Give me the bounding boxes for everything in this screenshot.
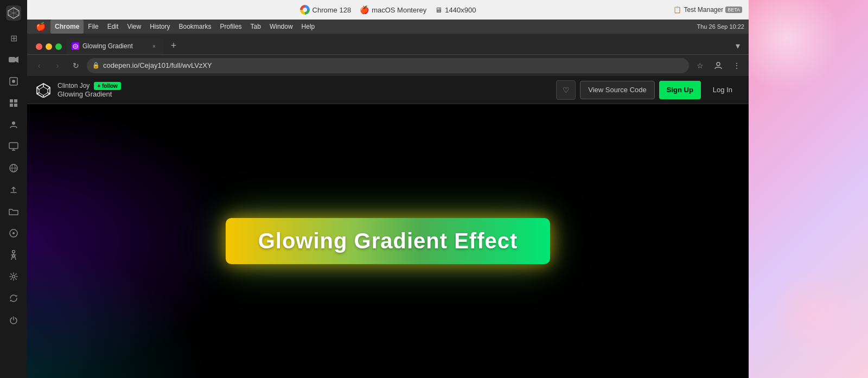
chrome-browser-info: Chrome 128 [300, 5, 352, 15]
os-topbar-right: 📋 Test Manager BETA [673, 6, 742, 14]
sidebar-item-grid[interactable] [4, 93, 23, 113]
view-source-button[interactable]: View Source Code [580, 81, 654, 99]
apple-icon: 🍎 [360, 5, 369, 14]
svg-point-15 [12, 232, 15, 234]
forward-button[interactable]: › [50, 58, 65, 73]
resolution-info: 🖥 1440x900 [435, 6, 476, 14]
browser-menu-button[interactable]: ⋮ [729, 58, 744, 73]
author-name: Clinton Joy [58, 82, 90, 89]
sidebar-item-user[interactable] [4, 115, 23, 134]
browser-window: 🍎 Chrome File Edit View History Bookmark… [27, 20, 749, 378]
address-url: codepen.io/Cejay101/full/wvLVzXY [103, 61, 684, 69]
svg-point-4 [12, 80, 15, 83]
browser-tab[interactable]: Glowing Gradient × [66, 38, 164, 54]
os-topbar-center: Chrome 128 🍎 macOS Monterey 🖥 1440x900 [300, 5, 476, 15]
sidebar-item-settings[interactable] [4, 267, 23, 286]
codepen-header-actions: ♡ View Source Code Sign Up Log In [556, 80, 740, 100]
test-manager-info: 📋 Test Manager BETA [673, 6, 742, 14]
main-area: Chrome 128 🍎 macOS Monterey 🖥 1440x900 📋… [27, 0, 749, 378]
address-bar: ‹ › ↻ 🔒 codepen.io/Cejay101/full/wvLVzXY… [27, 54, 749, 76]
traffic-lights [31, 43, 66, 54]
menu-bookmarks[interactable]: Bookmarks [175, 20, 216, 34]
sidebar-item-tag[interactable] [4, 223, 23, 243]
sidebar-logo[interactable] [5, 4, 22, 22]
pen-title: Glowing Gradient [58, 90, 121, 98]
codepen-logo[interactable] [36, 82, 51, 98]
traffic-light-minimize[interactable] [46, 43, 52, 50]
traffic-light-maximize[interactable] [55, 43, 62, 50]
codepen-header: Clinton Joy + follow Glowing Gradient ♡ … [27, 76, 749, 104]
svg-rect-8 [14, 104, 17, 107]
svg-marker-2 [15, 56, 18, 63]
menubar-right-info: Thu 26 Sep 10:22 [697, 23, 744, 30]
follow-badge[interactable]: + follow [94, 82, 121, 90]
os-topbar: Chrome 128 🍎 macOS Monterey 🖥 1440x900 📋… [27, 0, 749, 20]
svg-point-9 [12, 121, 15, 125]
secure-icon: 🔒 [92, 62, 100, 69]
chrome-label: Chrome 128 [312, 6, 352, 14]
svg-rect-7 [10, 104, 13, 107]
svg-point-16 [12, 251, 15, 253]
svg-rect-5 [10, 99, 13, 102]
tab-favicon [72, 42, 79, 50]
test-manager-label: Test Manager [684, 6, 723, 14]
svg-point-18 [717, 62, 720, 66]
sidebar-item-power[interactable] [4, 310, 23, 330]
sidebar-item-upload[interactable] [4, 180, 23, 200]
glowing-gradient-button[interactable]: Glowing Gradient Effect [226, 218, 551, 264]
menu-edit[interactable]: Edit [103, 20, 123, 34]
bg-decoration-bottom-left [27, 241, 208, 379]
sidebar-item-globe[interactable] [4, 158, 23, 178]
traffic-light-close[interactable] [36, 43, 42, 50]
svg-rect-10 [9, 143, 18, 149]
menu-tab[interactable]: Tab [246, 20, 265, 34]
mac-menubar: 🍎 Chrome File Edit View History Bookmark… [27, 20, 749, 34]
svg-rect-1 [9, 57, 15, 62]
svg-rect-6 [14, 99, 17, 102]
codepen-content: Glowing Gradient Effect [27, 104, 749, 378]
signup-button[interactable]: Sign Up [659, 81, 701, 99]
heart-icon: ♡ [563, 86, 570, 94]
reload-button[interactable]: ↻ [68, 58, 84, 73]
svg-marker-20 [39, 87, 48, 95]
test-manager-icon: 📋 [673, 6, 681, 14]
right-decoration [749, 0, 868, 378]
tab-title: Glowing Gradient [82, 42, 146, 50]
sidebar-item-folder[interactable] [4, 202, 23, 221]
glowing-button-container: Glowing Gradient Effect [226, 218, 551, 264]
sidebar-item-overview[interactable]: ⊞ [4, 28, 23, 48]
new-tab-button[interactable]: + [166, 38, 181, 53]
menu-view[interactable]: View [123, 20, 145, 34]
tab-dropdown-button[interactable]: ▾ [731, 39, 744, 52]
sidebar-item-monitor[interactable] [4, 137, 23, 156]
chrome-icon [300, 5, 310, 15]
sidebar-item-camera[interactable] [4, 50, 23, 69]
menu-chrome[interactable]: Chrome [50, 20, 84, 34]
app-sidebar: ⊞ [0, 0, 27, 378]
login-button[interactable]: Log In [705, 81, 740, 99]
heart-button[interactable]: ♡ [556, 80, 576, 100]
bg-decoration-left [27, 104, 244, 378]
menu-window[interactable]: Window [265, 20, 297, 34]
sidebar-item-refresh[interactable] [4, 289, 23, 308]
menu-file[interactable]: File [84, 20, 103, 34]
bookmark-button[interactable]: ☆ [692, 58, 707, 73]
resolution-label: 1440x900 [445, 6, 476, 14]
menu-apple[interactable]: 🍎 [31, 20, 50, 34]
sidebar-item-figure[interactable] [4, 245, 23, 265]
monitor-icon: 🖥 [435, 6, 442, 14]
sidebar-item-video[interactable] [4, 72, 23, 91]
menu-profiles[interactable]: Profiles [216, 20, 246, 34]
codepen-logo-icon [36, 82, 51, 98]
svg-point-17 [12, 276, 15, 278]
macos-info: 🍎 macOS Monterey [360, 5, 426, 14]
menu-history[interactable]: History [145, 20, 174, 34]
profile-button[interactable] [711, 58, 726, 73]
macos-label: macOS Monterey [372, 6, 426, 14]
menu-help[interactable]: Help [297, 20, 320, 34]
address-input-field[interactable]: 🔒 codepen.io/Cejay101/full/wvLVzXY [87, 58, 689, 73]
menu-datetime: Thu 26 Sep 10:22 [697, 23, 744, 30]
codepen-pen-info: Clinton Joy + follow Glowing Gradient [58, 82, 121, 98]
back-button[interactable]: ‹ [31, 58, 47, 73]
tab-close-button[interactable]: × [150, 42, 158, 50]
